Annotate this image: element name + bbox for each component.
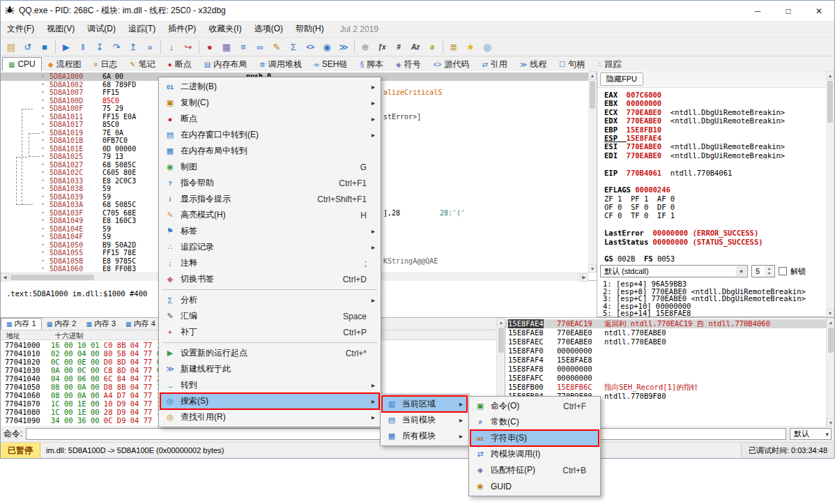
- unlock-checkbox[interactable]: [779, 267, 787, 275]
- stack-row[interactable]: 15E8FAFC00000000: [505, 374, 827, 383]
- spinner-arrows-icon[interactable]: ▴▾: [765, 266, 774, 277]
- toolbar-execute-till-return-button[interactable]: ↥: [125, 39, 141, 55]
- register-line[interactable]: ZF 1 PF 1 AF 0: [604, 194, 785, 203]
- view-tab-seh[interactable]: ∞SEH链: [308, 57, 354, 71]
- scroll-right-icon[interactable]: ▶: [580, 273, 588, 282]
- menu-item-breakpoint[interactable]: ●断点▸: [160, 111, 379, 127]
- breakpoint-dot-icon[interactable]: •: [41, 129, 45, 137]
- menu-item-binary[interactable]: 01二进制(B)▸: [160, 79, 379, 95]
- registers-scrollbar[interactable]: ▲ ▼: [826, 71, 834, 317]
- breakpoint-dot-icon[interactable]: •: [41, 153, 45, 161]
- breakpoint-dot-icon[interactable]: •: [41, 225, 45, 234]
- menu-item-goto-memory-window[interactable]: ▤在内存窗口中转到(E)▸: [160, 127, 379, 143]
- dump-tab-2[interactable]: ▦内存 3: [81, 318, 121, 330]
- menubar-item-3[interactable]: 追踪(T): [122, 21, 162, 37]
- menu-item-assemble[interactable]: ✎汇编Space: [160, 308, 379, 324]
- register-line[interactable]: EAX 007C6000: [604, 91, 785, 99]
- menu-item-toggle-bookmark[interactable]: ◆切换书签Ctrl+D: [160, 271, 379, 287]
- menu-item-comment[interactable]: ;注释;: [160, 255, 379, 271]
- menu-item-instruction-help[interactable]: ?指令帮助Ctrl+F1: [160, 175, 379, 191]
- menubar-item-1[interactable]: 视图(V): [40, 21, 81, 37]
- toolbar-run-to-user-code-button[interactable]: »: [141, 39, 158, 55]
- stack-row[interactable]: 15E8FAF415E8FAE8: [505, 356, 827, 365]
- view-tab-references[interactable]: ⇄引用: [475, 57, 513, 71]
- register-line[interactable]: EFLAGS 00000246: [604, 185, 785, 194]
- toolbar-step-over-button[interactable]: ↷: [108, 39, 125, 55]
- menu-item-graph[interactable]: ◉制图G: [160, 159, 379, 175]
- scroll-up-icon[interactable]: ▲: [826, 71, 834, 79]
- register-line[interactable]: GS 002B FS 0053: [604, 254, 785, 263]
- breakpoint-dot-icon[interactable]: •: [41, 89, 45, 97]
- menu-item-highlight-mode[interactable]: ✎高亮模式(H)H: [160, 207, 379, 223]
- dump-tab-1[interactable]: ▦内存 2: [42, 318, 82, 330]
- argument-row[interactable]: 5: [esp+14] 15E8FAE8: [603, 310, 806, 317]
- view-tab-threads[interactable]: ≫线程: [514, 57, 553, 71]
- menu-item-goto[interactable]: →转到▸: [160, 377, 379, 393]
- breakpoint-dot-icon[interactable]: •: [41, 233, 45, 241]
- menu-item-goto-memory-map[interactable]: ▦在内存布局中转到: [160, 143, 379, 159]
- chevron-down-icon[interactable]: ▼: [736, 266, 746, 276]
- hide-fpu-button[interactable]: 隐藏FPU: [600, 72, 643, 86]
- toolbar-case-lower-button[interactable]: a: [424, 39, 441, 55]
- breakpoint-dot-icon[interactable]: •: [41, 177, 45, 185]
- view-tab-notes[interactable]: ✎笔记: [123, 57, 161, 71]
- toolbar-source-button[interactable]: <>: [302, 39, 319, 55]
- stack-row[interactable]: 15E8FAEC770EABE0ntdll.770EABE0: [505, 337, 827, 346]
- breakpoint-dot-icon[interactable]: •: [41, 185, 45, 193]
- register-line[interactable]: ESP 15E8FAE4: [604, 134, 785, 142]
- toolbar-trace-over-button[interactable]: ↪: [180, 39, 197, 55]
- toolbar-search-toolbar-button[interactable]: ◎: [479, 39, 496, 55]
- register-line[interactable]: [604, 160, 785, 168]
- breakpoint-dot-icon[interactable]: •: [41, 145, 45, 153]
- scroll-thumb[interactable]: [498, 328, 504, 353]
- menu-item-trace-record[interactable]: ∴追踪记录▸: [160, 239, 379, 255]
- scroll-down-icon[interactable]: ▼: [827, 418, 835, 427]
- stack-row[interactable]: 15E8FAE8770EABE0ntdll.770EABE0: [505, 328, 827, 337]
- toolbar-threads-button[interactable]: ≫: [335, 39, 352, 55]
- toolbar-symbols-button[interactable]: Σ: [285, 39, 302, 55]
- toolbar-open-file-button[interactable]: ▤: [3, 39, 20, 55]
- breakpoint-dot-icon[interactable]: •: [41, 81, 45, 89]
- scroll-thumb[interactable]: [590, 81, 595, 109]
- menu-item-current-region[interactable]: ▥当前区域▸: [382, 396, 467, 412]
- view-tab-symbols[interactable]: ◈符号: [390, 57, 427, 71]
- breakpoint-dot-icon[interactable]: •: [41, 193, 45, 201]
- register-line[interactable]: ECX 770EABE0 <ntdll.DbgUiRemoteBreakin>: [604, 108, 785, 116]
- dump-tab-0[interactable]: ▦内存 1: [1, 318, 42, 330]
- toolbar-pause-button[interactable]: ‖: [75, 39, 91, 55]
- breakpoint-dot-icon[interactable]: •: [41, 265, 45, 273]
- register-line[interactable]: OF 0 SF 0 DF 0: [604, 203, 785, 211]
- menu-item-guid[interactable]: ◉GUID: [470, 478, 599, 494]
- toolbar-restart-button[interactable]: ↺: [20, 39, 36, 55]
- toolbar-references-button[interactable]: ◉: [319, 39, 335, 55]
- register-line[interactable]: EDX 770EABE0 <ntdll.DbgUiRemoteBreakin>: [604, 116, 785, 125]
- menubar-item-7[interactable]: 帮助(H): [289, 21, 330, 37]
- toolbar-settings-button[interactable]: ⊕: [357, 39, 374, 55]
- registers-pane[interactable]: 隐藏FPU EAX 007C6000EBX 00000000ECX 770EAB…: [597, 71, 834, 317]
- scroll-up-icon[interactable]: ▲: [827, 318, 835, 326]
- stack-scrollbar[interactable]: ▲ ▼: [826, 318, 834, 427]
- scroll-left-icon[interactable]: ◀: [1, 273, 9, 282]
- scroll-down-icon[interactable]: ▼: [826, 309, 834, 317]
- minimize-button[interactable]: ─: [742, 1, 773, 21]
- scroll-up-icon[interactable]: ▲: [497, 318, 505, 326]
- view-tab-trace[interactable]: ∴跟踪: [591, 57, 627, 71]
- register-line[interactable]: LastError 00000000 (ERROR_SUCCESS): [604, 229, 785, 237]
- view-tab-cpu[interactable]: ▦CPU: [2, 57, 42, 71]
- menu-item-constant[interactable]: #常数(C): [470, 414, 599, 430]
- view-tab-graph[interactable]: ◆流程图: [42, 57, 88, 71]
- scroll-thumb[interactable]: [828, 328, 834, 353]
- view-tab-breakpoints[interactable]: ●断点: [162, 57, 198, 71]
- toolbar-number-format-button[interactable]: #: [390, 39, 407, 55]
- breakpoint-dot-icon[interactable]: •: [41, 217, 45, 225]
- menu-item-show-mnemonic-brief[interactable]: i显示指令提示Ctrl+Shift+F1: [160, 191, 379, 207]
- menu-item-current-module[interactable]: ▤当前模块▸: [382, 412, 467, 428]
- breakpoint-dot-icon[interactable]: •: [41, 72, 45, 81]
- close-button[interactable]: ✕: [804, 1, 834, 21]
- toolbar-step-into-button[interactable]: ↧: [91, 39, 108, 55]
- scroll-down-icon[interactable]: ▼: [588, 264, 597, 273]
- register-line[interactable]: LastStatus 00000000 (STATUS_SUCCESS): [604, 238, 785, 246]
- breakpoint-dot-icon[interactable]: •: [41, 249, 45, 257]
- menubar-item-5[interactable]: 收藏夹(I): [202, 21, 247, 37]
- register-line[interactable]: CF 0 TF 0 IF 1: [604, 211, 785, 220]
